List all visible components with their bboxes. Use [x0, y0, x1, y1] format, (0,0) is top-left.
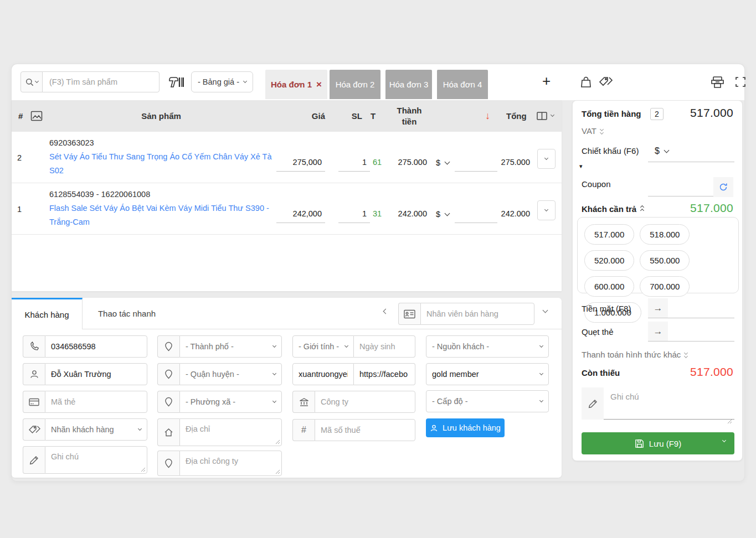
- fullscreen-icon[interactable]: [735, 76, 746, 87]
- person-icon: [430, 424, 438, 432]
- address-textarea[interactable]: [179, 418, 282, 446]
- seller-input[interactable]: [420, 303, 534, 325]
- save-customer-button[interactable]: Lưu khách hàng: [426, 418, 505, 437]
- tax-code-input[interactable]: [315, 419, 415, 441]
- cash-transfer-button[interactable]: →: [648, 298, 668, 318]
- chevron-down-icon[interactable]: [543, 308, 548, 313]
- city-select[interactable]: - Thành phố -: [179, 335, 282, 358]
- sort-desc-icon[interactable]: ↓: [485, 100, 490, 132]
- location-pin-icon: [157, 363, 179, 385]
- other-payment-toggle[interactable]: Thanh toán hình thức khác: [582, 350, 687, 359]
- social-row: [292, 363, 415, 385]
- new-invoice-button[interactable]: +: [542, 73, 551, 90]
- gender-select[interactable]: - Giới tính -: [292, 335, 354, 358]
- discount-input[interactable]: [648, 162, 734, 162]
- double-chevron-down-icon: [685, 351, 687, 358]
- price-list-select[interactable]: - Bảng giá -: [191, 71, 253, 92]
- pencil-icon: [23, 446, 45, 474]
- columns-icon: [537, 112, 547, 120]
- close-icon[interactable]: ×: [316, 80, 322, 89]
- barcode-scanner-icon[interactable]: [168, 76, 184, 89]
- caret-down-icon[interactable]: ▾: [579, 163, 583, 170]
- card-code-input[interactable]: [45, 391, 147, 413]
- save-icon: [635, 439, 644, 448]
- resize-handle[interactable]: [727, 419, 732, 424]
- district-select[interactable]: - Quận huyện -: [179, 363, 282, 385]
- order-note-textarea[interactable]: [604, 387, 734, 420]
- phone-input[interactable]: [45, 335, 147, 358]
- source-select[interactable]: - Nguồn khách -: [426, 335, 549, 358]
- level-select[interactable]: - Cấp độ -: [426, 390, 549, 412]
- discount-unit-select[interactable]: $: [655, 146, 668, 156]
- ward-select[interactable]: - Phường xã -: [179, 391, 282, 413]
- chevron-down-icon: [272, 399, 276, 402]
- tab-customer[interactable]: Khách hàng: [12, 298, 83, 329]
- discount-unit-select[interactable]: $: [436, 205, 449, 223]
- search-input[interactable]: [42, 71, 160, 92]
- customer-label-select[interactable]: Nhãn khách hàng: [45, 418, 147, 441]
- search-mode-button[interactable]: [20, 71, 43, 92]
- table-row: 2 6920363023 Sét Váy Áo Tiểu Thư Sang Tr…: [12, 132, 562, 183]
- product-name-link[interactable]: Sét Váy Áo Tiểu Thư Sang Trọng Áo Cổ Yếm…: [49, 150, 277, 178]
- tab-label: Hóa đơn 4: [443, 80, 482, 89]
- row-more-button[interactable]: [537, 149, 556, 169]
- quick-amount-pill[interactable]: 517.000: [584, 224, 634, 245]
- tag-icon: [23, 418, 45, 441]
- discount-input[interactable]: [455, 154, 497, 172]
- tags-icon[interactable]: [599, 76, 613, 88]
- price-input[interactable]: 242,000: [276, 205, 325, 223]
- coupon-input[interactable]: [648, 196, 714, 196]
- invoice-tab-4[interactable]: Hóa đơn 4: [437, 70, 488, 99]
- quick-amount-pill[interactable]: 700.000: [640, 276, 690, 297]
- birthday-input[interactable]: [354, 335, 415, 358]
- facebook-input[interactable]: [354, 363, 415, 385]
- coupon-label: Coupon: [582, 179, 611, 189]
- bank-icon: [292, 391, 315, 413]
- bag-icon[interactable]: [580, 76, 592, 89]
- tab-quick-actions[interactable]: Thao tác nhanh: [83, 298, 171, 329]
- chevron-left-icon[interactable]: [383, 309, 389, 314]
- item-count-badge: 2: [650, 108, 664, 120]
- customer-name-input[interactable]: [45, 363, 147, 385]
- card-transfer-button[interactable]: →: [648, 322, 668, 342]
- chevron-down-icon: [34, 79, 38, 82]
- qty-input[interactable]: 1: [338, 154, 370, 172]
- vat-toggle[interactable]: VAT: [582, 126, 603, 136]
- quick-amount-pill[interactable]: 550.000: [640, 250, 690, 271]
- city-group: - Thành phố -: [157, 335, 282, 358]
- company-input[interactable]: [315, 391, 415, 413]
- quick-amount-pill[interactable]: 600.000: [584, 276, 634, 297]
- amount-due-row[interactable]: Khách cần trả: [582, 204, 644, 214]
- company-address-textarea[interactable]: [179, 451, 282, 476]
- invoice-tab-3[interactable]: Hóa đơn 3: [385, 70, 432, 99]
- company-group: [292, 391, 415, 413]
- row-more-button[interactable]: [537, 200, 556, 220]
- gender-birthday-row: - Giới tính -: [292, 335, 415, 358]
- customer-note-textarea[interactable]: [45, 446, 147, 474]
- chevron-down-icon: [138, 426, 142, 430]
- qty-input[interactable]: 1: [338, 205, 370, 223]
- level-group: - Cấp độ -: [426, 390, 549, 412]
- quick-amount-pill[interactable]: 518.000: [640, 224, 690, 245]
- stock-value: 31: [373, 205, 382, 223]
- customer-group-select[interactable]: gold member: [426, 363, 549, 385]
- invoice-tab-2[interactable]: Hóa đơn 2: [330, 70, 380, 99]
- invoice-tab-1[interactable]: Hóa đơn 1 ×: [265, 70, 327, 99]
- chevron-down-icon: [272, 343, 276, 347]
- refresh-icon: [719, 183, 728, 192]
- column-settings[interactable]: [537, 100, 554, 132]
- discount-input[interactable]: [455, 205, 497, 223]
- product-name-link[interactable]: Flash Sale Sét Váy Áo Bệt Vai Kèm Váy Mi…: [49, 201, 277, 229]
- social-input[interactable]: [292, 363, 354, 385]
- price-input[interactable]: 275,000: [276, 154, 325, 172]
- quick-amount-pill[interactable]: 520.000: [584, 250, 634, 271]
- card-input[interactable]: [648, 341, 734, 342]
- customer-label-group: Nhãn khách hàng: [23, 418, 147, 441]
- save-order-button[interactable]: Lưu (F9): [582, 432, 734, 454]
- cash-input[interactable]: [648, 318, 734, 318]
- customer-note-group: [23, 446, 147, 474]
- refresh-coupon-button[interactable]: [713, 177, 733, 197]
- chevron-down-icon: [544, 207, 548, 211]
- discount-unit-select[interactable]: $: [436, 154, 449, 172]
- cash-register-icon[interactable]: [711, 76, 724, 89]
